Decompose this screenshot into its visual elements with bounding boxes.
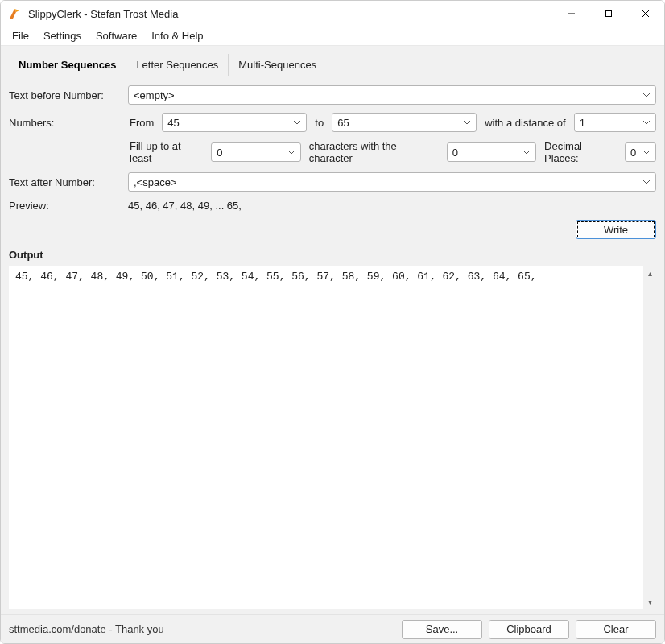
tab-multi-sequences[interactable]: Multi-Sequences [229, 54, 326, 76]
menu-software[interactable]: Software [89, 28, 143, 43]
label-numbers: Numbers: [9, 117, 122, 129]
svg-rect-0 [606, 11, 612, 17]
label-distance: with a distance of [483, 117, 567, 129]
preview-text: 45, 46, 47, 48, 49, ... 65, [128, 200, 242, 212]
label-to: to [313, 117, 325, 129]
text-after-value: ,<space> [134, 176, 177, 188]
label-from: From [128, 117, 155, 129]
menu-info[interactable]: Info & Help [145, 28, 209, 43]
to-value: 65 [337, 117, 349, 129]
tab-number-sequences[interactable]: Number Sequences [9, 54, 126, 76]
chevron-down-icon [463, 120, 471, 125]
tabs: Number Sequences Letter Sequences Multi-… [1, 46, 664, 80]
distance-value: 1 [580, 117, 585, 129]
fill-char-field[interactable]: 0 [447, 142, 536, 162]
close-button[interactable] [627, 1, 664, 27]
menu-settings[interactable]: Settings [37, 28, 88, 43]
label-output: Output [1, 246, 664, 266]
status-text: sttmedia.com/donate - Thank you [9, 623, 395, 635]
clipboard-button[interactable]: Clipboard [489, 620, 569, 639]
decimal-places-value: 0 [630, 147, 636, 159]
chevron-down-icon [642, 120, 651, 125]
fill-up-value: 0 [217, 147, 222, 159]
fill-char-value: 0 [452, 147, 458, 159]
app-icon [7, 6, 22, 21]
label-text-after: Text after Number: [9, 176, 122, 188]
from-value: 45 [167, 117, 179, 129]
scroll-up-icon: ▴ [648, 269, 652, 278]
label-decimal-places: Decimal Places: [543, 140, 618, 164]
clear-button[interactable]: Clear [576, 620, 656, 639]
maximize-button[interactable] [590, 1, 627, 27]
to-field[interactable]: 65 [332, 113, 477, 132]
chevron-down-icon [642, 150, 651, 155]
form-area: Text before Number: <empty> Numbers: Fro… [1, 80, 664, 220]
chevron-down-icon [642, 93, 651, 97]
from-field[interactable]: 45 [162, 113, 307, 132]
tab-letter-sequences[interactable]: Letter Sequences [126, 54, 229, 76]
label-fill-up: Fill up to at least [128, 140, 204, 164]
fill-up-field[interactable]: 0 [211, 142, 300, 162]
scroll-down-icon: ▾ [648, 597, 652, 606]
chevron-down-icon [642, 180, 651, 184]
menu-file[interactable]: File [6, 28, 35, 43]
chevron-down-icon [293, 120, 301, 125]
statusbar: sttmedia.com/donate - Thank you Save... … [1, 614, 664, 643]
output-text[interactable]: 45, 46, 47, 48, 49, 50, 51, 52, 53, 54, … [9, 266, 643, 609]
label-preview: Preview: [9, 200, 122, 212]
titlebar: SlippyClerk - Stefan Trost Media [1, 1, 664, 27]
window-title: SlippyClerk - Stefan Trost Media [28, 8, 178, 20]
output-scrollbar[interactable]: ▴ ▾ [643, 266, 656, 609]
chevron-down-icon [522, 150, 531, 155]
minimize-button[interactable] [553, 1, 590, 27]
save-button[interactable]: Save... [402, 620, 482, 639]
label-chars-with: characters with the character [308, 140, 440, 164]
text-after-field[interactable]: ,<space> [128, 172, 656, 192]
chevron-down-icon [287, 150, 295, 155]
text-before-value: <empty> [134, 89, 175, 101]
distance-field[interactable]: 1 [574, 113, 656, 132]
label-text-before: Text before Number: [9, 89, 122, 101]
output-area-wrap: 45, 46, 47, 48, 49, 50, 51, 52, 53, 54, … [9, 266, 656, 609]
window: SlippyClerk - Stefan Trost Media File Se… [0, 0, 665, 644]
text-before-field[interactable]: <empty> [128, 85, 656, 105]
content: Number Sequences Letter Sequences Multi-… [1, 46, 664, 643]
menubar: File Settings Software Info & Help [1, 27, 664, 46]
write-button[interactable]: Write [576, 220, 656, 239]
decimal-places-field[interactable]: 0 [625, 142, 656, 162]
